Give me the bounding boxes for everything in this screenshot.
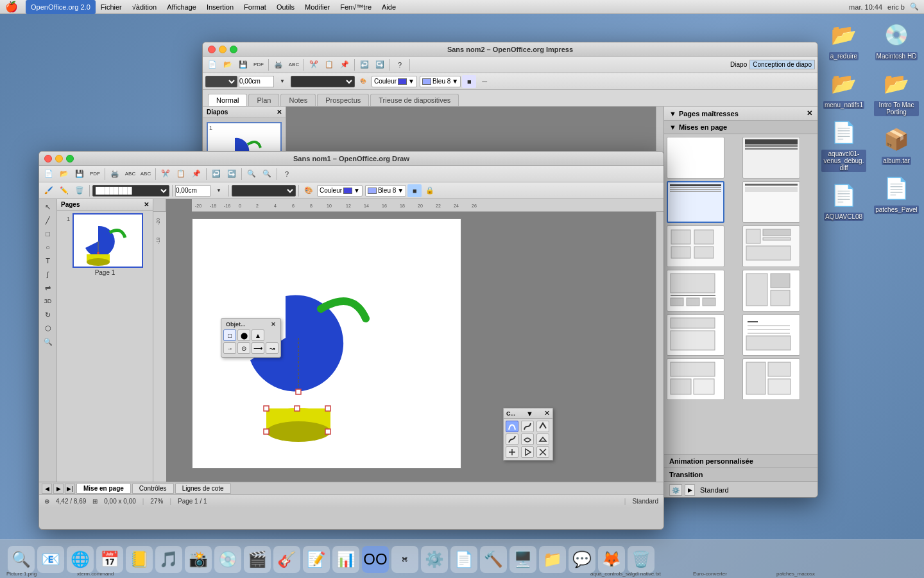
tb-save[interactable]: 💾 [236,58,250,71]
menubar-aide[interactable]: Aide [377,0,401,14]
curve-btn-1[interactable] [506,421,518,432]
dock-remote-desktop[interactable]: 🖥️ [509,546,536,573]
float-tb-close[interactable]: ✕ [271,321,276,328]
dock-addressbook[interactable]: 📒 [126,546,153,573]
tb-new-d[interactable]: 📄 [42,168,56,180]
tool-fill[interactable]: ⬡ [41,322,55,335]
measurement-input[interactable] [239,76,274,87]
color-button-draw[interactable]: Couleur ▼ [317,185,363,197]
tool-curve[interactable]: ∫ [41,268,55,281]
tab-notes[interactable]: Notes [280,94,316,106]
close-button[interactable] [208,46,216,53]
tb-open[interactable]: 📂 [221,58,235,71]
dock-dvdplayer[interactable]: 💿 [214,546,241,573]
menubar-fichier[interactable]: Fichier [96,0,127,14]
curve-btn-2[interactable] [521,421,534,432]
dock-iphoto[interactable]: 📸 [185,546,212,573]
tool-rect[interactable]: □ [41,227,55,240]
tb-help[interactable]: ? [393,58,407,71]
desktop-icon-menu-natifs[interactable]: 📂 menu_natifs1 [821,68,866,109]
page1-thumbnail[interactable] [73,213,143,268]
curve-btn-5[interactable] [521,434,534,445]
tool-text[interactable]: T [41,254,55,267]
tb-fill[interactable]: ■ [462,75,476,88]
page-tab-lignes-de-cote[interactable]: Lignes de cote [175,483,231,494]
desktop-icon-album[interactable]: 📦 album.tar [874,124,919,165]
font-fill-select[interactable]: ████████ [92,185,169,197]
draw-close-button[interactable] [44,155,52,162]
tb-undo[interactable]: ↩️ [357,58,372,71]
obj-btn-7[interactable]: ↝ [266,342,278,354]
tool-ellipse[interactable]: ○ [41,241,55,254]
tb-redo-d[interactable]: ↪️ [225,168,239,180]
tb-abc2[interactable]: ABC [139,168,153,180]
page-tab-mise-en-page[interactable]: Mise en page [76,483,131,494]
tool-rotate[interactable]: ↻ [41,308,55,321]
tb-help-d[interactable]: ? [280,168,294,180]
desktop-icon-areduire[interactable]: 📂 a_reduire [821,19,866,60]
dock-ical[interactable]: 📅 [96,546,123,573]
transition-settings-btn[interactable]: ⚙️ [669,484,682,496]
menubar-fenetre[interactable]: Fen√™tre [335,0,377,14]
tb-color-picker[interactable]: 🎨 [356,75,370,88]
tb-paint-d[interactable]: 🖌️ [42,184,56,197]
dock-terminal[interactable]: ⌘ [391,546,418,573]
diapos-close[interactable]: ✕ [277,109,282,116]
dock-safari[interactable]: 🌐 [67,546,94,573]
tb-paste[interactable]: 📌 [338,58,352,71]
dock-textmate[interactable]: 📄 [450,546,477,573]
dock-mail[interactable]: 📧 [37,546,64,573]
desktop-icon-aquavcl[interactable]: 📄 aquavcl01-venus_debug.diff [821,117,866,172]
tb-pdf-d[interactable]: PDF [88,168,102,180]
dock-garageband[interactable]: 🎸 [273,546,300,573]
curve-tb-close[interactable]: ✕ [544,409,550,417]
tool-line[interactable]: ╱ [41,214,55,227]
desktop-icon-macintosh-hd[interactable]: 💿 Macintosh HD [874,19,919,60]
dock-imovie[interactable]: 🎬 [244,546,271,573]
search-icon[interactable]: 🔍 [910,3,919,11]
tb-redo[interactable]: ↪️ [373,58,387,71]
color-button-bleu-draw[interactable]: Bleu 8 ▼ [365,185,406,197]
tab-trieuse[interactable]: Trieuse de diapositives [370,94,459,106]
tb-pdf[interactable]: PDF [252,58,266,71]
tb-paste-d[interactable]: 📌 [189,168,203,180]
master-page-thumb-7[interactable] [667,270,724,311]
master-page-thumb-11[interactable] [667,358,724,400]
master-page-thumb-1[interactable] [667,137,724,179]
tb-colorpicker-d[interactable]: 🎨 [302,184,316,197]
curve-btn-4[interactable] [506,434,518,445]
curve-tb-dropdown[interactable]: ▼ [526,410,533,417]
tb-spell[interactable]: ABC [287,58,301,71]
dock-itunes[interactable]: 🎵 [155,546,182,573]
draw-maximize-button[interactable] [66,155,74,162]
obj-btn-6[interactable]: ⟶ [252,342,264,354]
curve-btn-6[interactable] [536,434,549,445]
dock-system-pref[interactable]: ⚙️ [421,546,448,573]
tb-print[interactable]: 🖨️ [271,58,286,71]
color-button-bleu[interactable]: Bleu 8 ▼ [420,76,461,87]
menubar-edition[interactable]: √àdition [127,0,162,14]
master-page-thumb-5[interactable] [667,225,724,267]
tab-scroll-left[interactable]: ◀ [42,484,52,494]
tb-lock-d[interactable]: 🔒 [423,184,437,197]
master-page-thumb-10[interactable] [742,314,800,356]
tab-scroll-right[interactable]: ▶ [53,484,64,494]
tb-apply-d[interactable]: ■ [407,184,422,197]
desktop-icon-aquavcl08[interactable]: 📄 AQUAVCL08 [821,180,866,221]
tb-copy-d[interactable]: 📋 [174,168,188,180]
menubar-affichage[interactable]: Affichage [162,0,201,14]
tab-plan[interactable]: Plan [248,94,279,106]
tb-zoom-out[interactable]: 🔍 [260,168,274,180]
tab-normal[interactable]: Normal [208,94,247,106]
tool-select[interactable]: ↖ [41,200,55,213]
tb-spell-d[interactable]: ABC [123,168,137,180]
tb-undo-d[interactable]: ↩️ [209,168,223,180]
tool-3d[interactable]: 3D [41,295,55,308]
master-page-thumb-2[interactable] [742,137,800,179]
tb-unit-arrow-d[interactable]: ▼ [212,184,226,197]
dock-openoffice[interactable]: OO [362,546,389,573]
apple-menu[interactable]: 🍎 [5,1,18,13]
dock-adium[interactable]: 💬 [569,546,595,573]
dock-firefox[interactable]: 🦊 [598,546,625,573]
dock-subversion[interactable]: 📁 [539,546,566,573]
